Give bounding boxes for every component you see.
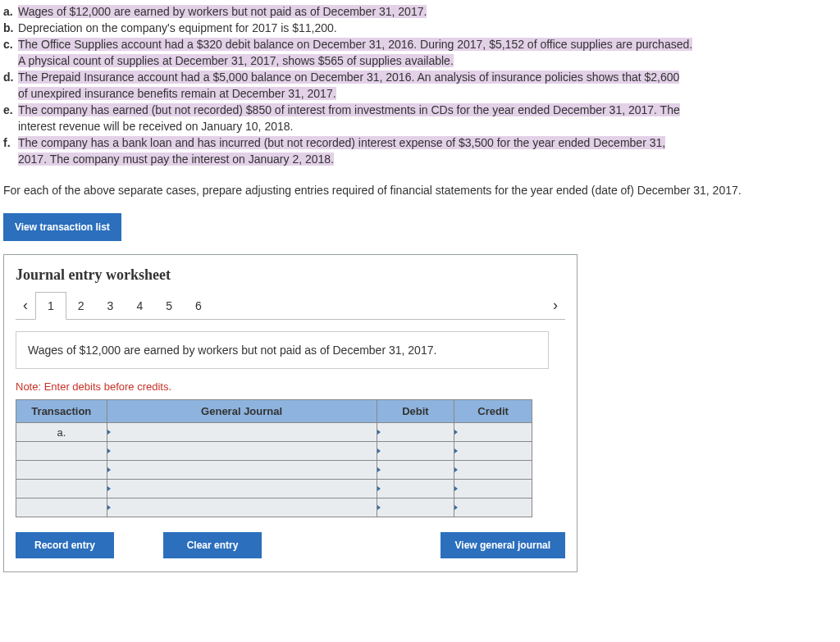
header-transaction: Transaction xyxy=(16,400,107,423)
general-journal-cell[interactable] xyxy=(107,499,377,517)
general-journal-cell[interactable] xyxy=(107,461,377,480)
credit-cell[interactable] xyxy=(454,480,532,499)
debit-cell[interactable] xyxy=(377,499,454,517)
cases-list: a. Wages of $12,000 are earned by worker… xyxy=(3,3,837,167)
case-c-line2: A physical count of supplies at December… xyxy=(3,52,837,69)
debit-cell[interactable] xyxy=(377,442,454,461)
view-general-journal-button[interactable]: View general journal xyxy=(441,532,565,558)
transaction-cell xyxy=(16,461,107,480)
general-journal-cell[interactable] xyxy=(107,423,377,442)
case-e: e. The company has earned (but not recor… xyxy=(3,102,837,118)
credit-cell[interactable] xyxy=(454,423,532,442)
table-row: a. xyxy=(16,423,532,442)
table-row xyxy=(16,442,532,461)
table-header-row: Transaction General Journal Debit Credit xyxy=(16,400,532,423)
worksheet-title: Journal entry worksheet xyxy=(16,266,565,284)
note-text: Note: Enter debits before credits. xyxy=(16,380,565,393)
tab-5[interactable]: 5 xyxy=(154,293,184,319)
button-row: Record entry Clear entry View general jo… xyxy=(16,532,565,558)
general-journal-cell[interactable] xyxy=(107,480,377,499)
transaction-cell xyxy=(16,499,107,517)
case-c: c. The Office Supplies account had a $32… xyxy=(3,36,837,52)
debit-cell[interactable] xyxy=(377,461,454,480)
tab-2[interactable]: 2 xyxy=(66,293,96,319)
tab-1[interactable]: 1 xyxy=(35,292,66,320)
clear-entry-button[interactable]: Clear entry xyxy=(163,532,262,558)
debit-cell[interactable] xyxy=(377,480,454,499)
tab-4[interactable]: 4 xyxy=(125,293,154,319)
table-row xyxy=(16,499,532,517)
credit-cell[interactable] xyxy=(454,442,532,461)
debit-cell[interactable] xyxy=(377,423,454,442)
tab-6[interactable]: 6 xyxy=(184,293,213,319)
case-f-line2: 2017. The company must pay the interest … xyxy=(3,151,837,167)
credit-cell[interactable] xyxy=(454,499,532,517)
header-debit: Debit xyxy=(377,400,454,423)
case-e-line2: interest revenue will be received on Jan… xyxy=(3,118,837,134)
chevron-right-icon[interactable]: › xyxy=(546,297,565,314)
journal-table: Transaction General Journal Debit Credit… xyxy=(16,399,532,517)
chevron-left-icon[interactable]: ‹ xyxy=(16,297,35,314)
tabs-row: ‹ 1 2 3 4 5 6 › xyxy=(16,292,565,320)
case-a: a. Wages of $12,000 are earned by worker… xyxy=(3,3,837,20)
table-row xyxy=(16,480,532,499)
record-entry-button[interactable]: Record entry xyxy=(16,532,114,558)
credit-cell[interactable] xyxy=(454,461,532,480)
case-b: b. Depreciation on the company's equipme… xyxy=(3,20,837,36)
view-transaction-list-button[interactable]: View transaction list xyxy=(3,213,121,241)
journal-entry-worksheet: Journal entry worksheet ‹ 1 2 3 4 5 6 › … xyxy=(3,254,578,572)
entry-description: Wages of $12,000 are earned by workers b… xyxy=(16,331,549,369)
transaction-cell xyxy=(16,480,107,499)
header-credit: Credit xyxy=(454,400,532,423)
instruction-text: For each of the above separate cases, pr… xyxy=(3,182,837,198)
transaction-cell xyxy=(16,442,107,461)
transaction-cell: a. xyxy=(16,423,107,442)
case-f: f. The company has a bank loan and has i… xyxy=(3,134,837,151)
case-d: d. The Prepaid Insurance account had a $… xyxy=(3,69,837,85)
case-d-line2: of unexpired insurance benefits remain a… xyxy=(3,85,837,102)
table-row xyxy=(16,461,532,480)
header-general-journal: General Journal xyxy=(107,400,377,423)
tab-3[interactable]: 3 xyxy=(96,293,126,319)
general-journal-cell[interactable] xyxy=(107,442,377,461)
